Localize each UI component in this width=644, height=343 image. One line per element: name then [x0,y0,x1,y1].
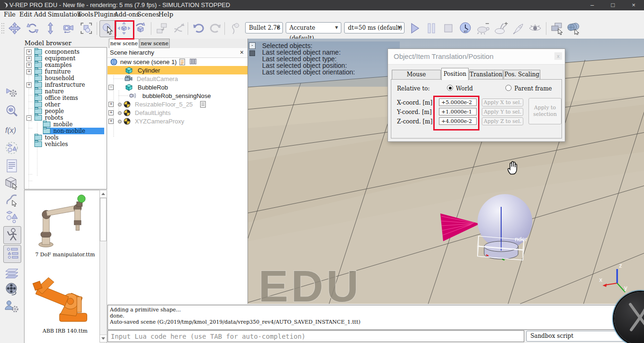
apply-z-button[interactable]: Apply Z to sel. [482,117,523,125]
scroll-down-button[interactable] [100,335,107,342]
folder-nature[interactable]: nature [26,88,64,95]
dynamic-content-button[interactable] [227,20,243,36]
menu-help[interactable]: Help [158,11,173,18]
folder-vehicles[interactable]: vehicles [26,141,68,147]
visibility-dot[interactable] [118,120,122,123]
visualize-button[interactable] [527,20,543,36]
layer-selector-button[interactable] [3,264,20,281]
hierarchy-row-sensing-nose[interactable]: bubbleRob_sensingNose [107,91,248,100]
hierarchy-row-resizable-floor[interactable]: + ResizableFloor_5_25 [107,100,248,108]
accuracy-dropdown[interactable]: Accurate (default) ▼ [286,22,341,33]
radio-world[interactable] [447,85,453,91]
menu-scenes[interactable]: Scenes [137,11,159,18]
object-select-button[interactable] [99,20,116,37]
folder-equipment[interactable]: +equipment [26,55,75,62]
camera-rotate-button[interactable] [25,20,41,36]
shape-edit-mode-button[interactable] [3,174,20,191]
apply-to-selection-button[interactable]: Apply to selection [528,98,561,124]
faster-button[interactable] [493,20,509,36]
geometry-tools-button[interactable] [3,208,20,225]
camera-zoom-button[interactable] [42,20,58,36]
real-time-toggle-button[interactable]: RT [457,20,473,36]
folder-other[interactable]: other [26,101,60,108]
hierarchy-row-xyz-camera-proxy[interactable]: + XYZCameraProxy [107,117,248,125]
camera-angle-button[interactable] [60,20,76,36]
visibility-dot[interactable] [118,111,122,115]
stop-simulation-button[interactable] [440,20,456,36]
page-selector-button[interactable] [549,20,565,36]
fit-to-view-button[interactable] [78,20,94,36]
model-abb-irb140-label[interactable]: ABB IRB 140.ttm [28,328,102,334]
scrollbar-thumb[interactable] [100,198,107,241]
path-edit-mode-button[interactable] [3,191,20,208]
folder-components[interactable]: +components [26,49,80,55]
scene-selector-button[interactable] [566,20,582,36]
menu-tools[interactable]: Tools [77,11,93,18]
dialog-close-button[interactable]: x [554,52,562,60]
folder-office-items[interactable]: office items [26,95,78,101]
assemble-button[interactable] [154,20,170,36]
folder-people[interactable]: people [26,108,64,114]
folder-mobile[interactable]: mobile [26,121,73,128]
start-simulation-button[interactable] [406,20,422,36]
collapse-expander[interactable]: + [108,119,114,124]
menu-add[interactable]: Add [34,11,46,18]
threaded-rendering-button[interactable] [511,20,527,36]
video-recorder-button[interactable] [3,281,20,298]
hierarchy-close-icon[interactable]: × [240,49,244,56]
scripts-button[interactable] [3,157,20,174]
expander[interactable]: + [26,69,32,74]
collapse-overlay-button[interactable]: - [249,42,256,49]
slower-button[interactable] [475,20,491,36]
folder-tools[interactable]: tools [26,134,58,141]
folder-robots[interactable]: −robots [26,114,63,121]
model-7dof-manipulator-label[interactable]: 7 DoF manipulator.ttm [28,252,102,258]
expander[interactable]: − [26,115,32,121]
overlay-square-button[interactable] [249,50,255,56]
camera-pan-button[interactable] [7,20,23,36]
physics-engine-dropdown[interactable]: Bullet 2.78 ▼ [245,22,283,33]
collapse-expander[interactable]: − [108,85,114,90]
script-icon[interactable] [200,101,206,108]
hierarchy-row-bubblerob[interactable]: − BubbleRob [107,83,248,91]
user-settings-button[interactable] [3,298,20,315]
menu-simulation[interactable]: Simulation [48,11,81,18]
menu-edit[interactable]: Edit [19,11,32,18]
apply-y-button[interactable]: Apply Y to sel. [482,108,523,116]
pause-simulation-button[interactable] [423,20,439,36]
scroll-up-button[interactable] [100,190,107,198]
expander[interactable]: + [26,63,32,68]
folder-furniture[interactable]: +furniture [26,68,71,75]
apply-x-button[interactable]: Apply X to sel. [482,98,523,106]
tab-new-scene-2[interactable]: new scene [140,39,170,48]
model-7dof-manipulator-image[interactable] [26,193,97,249]
main-script-icon[interactable] [179,58,185,65]
scene-hierarchy-toggle-button[interactable] [3,245,21,263]
menu-file[interactable]: File [4,11,16,18]
tab-new-scene-1[interactable]: new scene [109,39,139,48]
folder-examples[interactable]: +examples [26,62,72,68]
visibility-dot[interactable] [118,103,122,106]
close-button[interactable]: × [623,0,644,10]
tab-translation[interactable]: Translation [469,70,503,80]
folder-non-mobile[interactable]: non-mobile [26,128,104,134]
lua-code-input[interactable] [107,330,524,342]
menu-plugins[interactable]: Plugins [94,11,117,18]
tab-position[interactable]: Position [441,68,469,80]
tab-mouse-translation[interactable]: Mouse Translation [392,70,441,80]
expander[interactable]: + [26,49,32,55]
folder-infrastructure[interactable]: +infrastructure [26,82,85,88]
folder-household[interactable]: household [26,75,74,82]
undo-button[interactable] [190,20,206,36]
hierarchy-row-default-lights[interactable]: + DefaultLights [107,108,248,117]
model-browser-toggle-button[interactable] [3,226,21,244]
view-columns-icon[interactable] [190,58,197,65]
hierarchy-row-cylinder-selected[interactable]: Cylinder [107,66,248,74]
collections-button[interactable] [3,139,20,156]
screen-overlay-widget[interactable] [614,292,644,343]
simulation-settings-button[interactable] [3,84,20,101]
expander[interactable]: + [26,56,32,61]
collapse-expander[interactable]: + [108,102,114,107]
collapse-expander[interactable]: + [108,110,114,115]
radio-parent-frame[interactable] [505,85,512,91]
